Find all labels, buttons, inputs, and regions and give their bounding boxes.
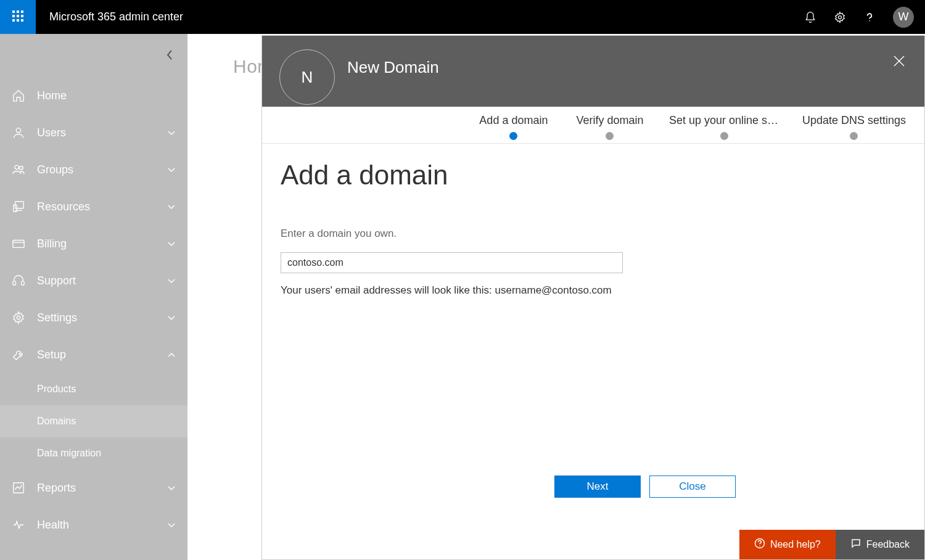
- svg-rect-4: [17, 15, 19, 17]
- svg-rect-3: [12, 15, 15, 17]
- help-circle-icon: [754, 538, 765, 551]
- app-launcher[interactable]: [0, 0, 36, 34]
- sidebar: Home Users Groups Resources Billing: [0, 34, 187, 560]
- gear-icon: [11, 310, 26, 325]
- collapse-sidebar[interactable]: [165, 49, 174, 64]
- chevron-down-icon: [166, 202, 176, 212]
- sidebar-item-support[interactable]: Support: [0, 262, 187, 299]
- sidebar-item-label: Users: [37, 126, 166, 139]
- need-help-label: Need help?: [770, 539, 821, 550]
- modal-panel: N New Domain Add a domain Verify domain …: [261, 35, 925, 560]
- waffle-icon: [12, 10, 23, 24]
- sidebar-item-groups[interactable]: Groups: [0, 151, 187, 188]
- wrench-icon: [11, 347, 26, 362]
- svg-point-12: [15, 165, 18, 169]
- sidebar-item-reports[interactable]: Reports: [0, 469, 187, 506]
- panel-header: N New Domain: [262, 36, 924, 107]
- next-button[interactable]: Next: [554, 476, 641, 498]
- sidebar-item-label: Groups: [37, 163, 166, 176]
- svg-point-24: [759, 545, 760, 546]
- step-label: Verify domain: [576, 114, 643, 127]
- wizard-steps: Add a domain Verify domain Set up your o…: [262, 107, 924, 144]
- app-title: Microsoft 365 admin center: [36, 10, 183, 23]
- domain-input[interactable]: [281, 252, 623, 273]
- sidebar-sub-domains[interactable]: Domains: [0, 405, 187, 437]
- feedback-button[interactable]: Feedback: [836, 530, 924, 559]
- step-add-domain[interactable]: Add a domain: [477, 114, 551, 140]
- svg-rect-7: [17, 19, 19, 22]
- chevron-down-icon: [166, 520, 176, 530]
- sidebar-sub-products[interactable]: Products: [0, 373, 187, 405]
- close-icon: [892, 59, 906, 70]
- chevron-down-icon: [166, 165, 176, 175]
- domain-field-label: Enter a domain you own.: [281, 228, 906, 240]
- svg-rect-8: [21, 19, 23, 22]
- svg-point-9: [839, 15, 842, 19]
- chevron-down-icon: [166, 313, 176, 323]
- chevron-down-icon: [166, 276, 176, 286]
- sidebar-item-label: Reports: [37, 482, 166, 495]
- step-dot-icon: [720, 132, 728, 140]
- svg-rect-18: [22, 281, 25, 285]
- sidebar-item-label: Settings: [37, 311, 166, 324]
- user-icon: [11, 125, 26, 140]
- notifications-icon[interactable]: [804, 11, 816, 23]
- sidebar-item-health[interactable]: Health: [0, 506, 187, 543]
- sidebar-item-label: Home: [37, 89, 176, 102]
- svg-point-19: [17, 316, 20, 319]
- sidebar-item-settings[interactable]: Settings: [0, 299, 187, 336]
- chat-icon: [850, 538, 861, 551]
- sidebar-item-label: Health: [37, 519, 166, 532]
- close-button[interactable]: Close: [649, 476, 736, 498]
- resources-icon: [11, 199, 26, 214]
- svg-rect-17: [13, 281, 16, 285]
- step-dot-icon: [850, 132, 858, 140]
- panel-title: New Domain: [347, 49, 439, 77]
- support-icon: [11, 273, 26, 288]
- billing-icon: [11, 236, 26, 251]
- step-label: Set up your online ser…: [669, 114, 780, 127]
- step-label: Add a domain: [479, 114, 548, 127]
- step-update-dns[interactable]: Update DNS settings: [802, 114, 906, 140]
- sidebar-sub-data-migration[interactable]: Data migration: [0, 437, 187, 469]
- sidebar-item-users[interactable]: Users: [0, 114, 187, 151]
- svg-rect-16: [13, 241, 24, 248]
- sidebar-item-label: Billing: [37, 237, 166, 250]
- settings-gear-icon[interactable]: [834, 11, 846, 23]
- chevron-down-icon: [166, 483, 176, 493]
- chevron-down-icon: [166, 128, 176, 138]
- chevron-down-icon: [166, 239, 176, 249]
- sidebar-item-label: Resources: [37, 200, 166, 213]
- top-bar: Microsoft 365 admin center W: [0, 0, 925, 34]
- help-icon[interactable]: [863, 11, 876, 23]
- sidebar-item-home[interactable]: Home: [0, 77, 187, 114]
- feedback-label: Feedback: [866, 539, 910, 550]
- chevron-up-icon: [166, 350, 176, 360]
- groups-icon: [11, 162, 26, 177]
- svg-point-10: [869, 20, 870, 22]
- domain-hint: Your users' email addresses will look li…: [281, 284, 906, 297]
- user-avatar[interactable]: W: [893, 7, 914, 28]
- step-setup-services[interactable]: Set up your online ser…: [669, 114, 780, 140]
- need-help-button[interactable]: Need help?: [739, 530, 836, 559]
- svg-rect-0: [12, 10, 15, 13]
- sidebar-item-label: Support: [37, 274, 166, 287]
- svg-rect-5: [21, 15, 23, 17]
- sidebar-item-billing[interactable]: Billing: [0, 225, 187, 262]
- close-panel-button[interactable]: [892, 54, 906, 70]
- step-label: Update DNS settings: [802, 114, 906, 127]
- svg-point-11: [16, 128, 20, 133]
- page-heading: Add a domain: [281, 160, 906, 191]
- step-verify-domain[interactable]: Verify domain: [573, 114, 647, 140]
- sidebar-item-setup[interactable]: Setup: [0, 336, 187, 373]
- sidebar-item-resources[interactable]: Resources: [0, 188, 187, 225]
- sidebar-item-label: Setup: [37, 348, 166, 361]
- svg-rect-6: [12, 19, 15, 22]
- home-icon: [11, 88, 26, 103]
- panel-avatar: N: [279, 49, 335, 105]
- reports-icon: [11, 480, 26, 495]
- svg-rect-1: [17, 10, 19, 13]
- step-dot-icon: [606, 132, 614, 140]
- svg-rect-2: [21, 10, 23, 13]
- svg-point-13: [20, 167, 23, 170]
